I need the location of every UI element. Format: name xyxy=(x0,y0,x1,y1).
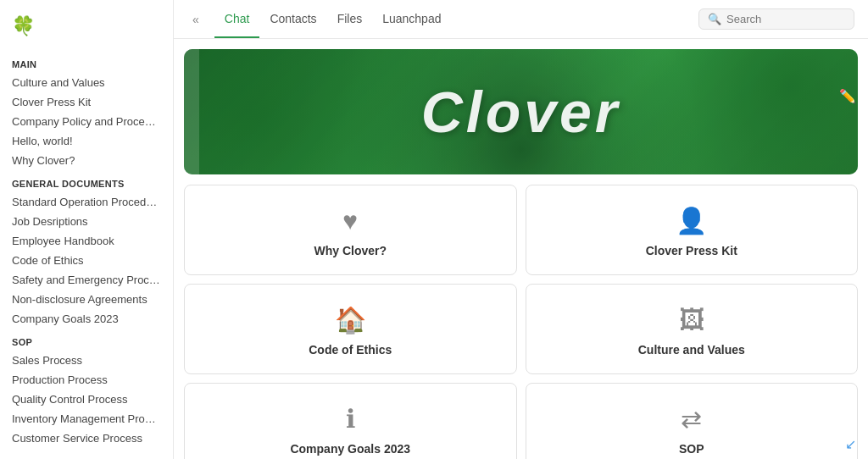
cards-grid: ♥Why Clover?👤Clover Press Kit🏠Code of Et… xyxy=(174,185,868,459)
sidebar-item-job-descriptions[interactable]: Job Desriptions xyxy=(0,212,173,231)
sidebar-item-hello-world[interactable]: Hello, world! xyxy=(0,131,173,151)
tab-chat[interactable]: Chat xyxy=(214,0,260,38)
sidebar-item-quality-control[interactable]: Quality Control Process xyxy=(0,390,173,409)
card-culture-values[interactable]: 🖼Culture and Values xyxy=(526,284,859,374)
app-logo: 🍀 xyxy=(0,8,173,51)
content-area: Clover ✏️ ♥Why Clover?👤Clover Press Kit🏠… xyxy=(174,39,868,459)
search-bar[interactable]: 🔍 xyxy=(698,8,854,30)
sidebar-item-why-clover[interactable]: Why Clover? xyxy=(0,151,173,170)
card-label-code-ethics: Code of Ethics xyxy=(309,343,392,357)
tab-launchpad[interactable]: Luanchpad xyxy=(372,0,451,38)
sidebar-item-non-disclosure[interactable]: Non-disclosure Agreements xyxy=(0,290,173,309)
card-label-why-clover: Why Clover? xyxy=(314,244,387,257)
clover-logo-icon: 🍀 xyxy=(12,15,36,39)
tab-contacts[interactable]: Contacts xyxy=(259,0,326,38)
search-input[interactable] xyxy=(726,13,845,25)
sidebar-item-culture-values[interactable]: Culture and Values xyxy=(0,73,173,92)
house-icon: 🏠 xyxy=(335,305,366,335)
sidebar-item-sales-process[interactable]: Sales Process xyxy=(0,351,173,370)
card-label-company-goals-2023: Company Goals 2023 xyxy=(290,442,410,456)
sidebar-item-inventory-mgmt[interactable]: Inventory Management Process xyxy=(0,409,173,429)
card-company-goals-2023[interactable]: ℹCompany Goals 2023 xyxy=(184,383,517,459)
sidebar-section-sop: SOP xyxy=(0,329,173,351)
hero-stripe xyxy=(184,49,199,174)
card-sop[interactable]: ⇄SOP xyxy=(526,383,859,459)
search-icon: 🔍 xyxy=(708,13,721,25)
sidebar-item-code-ethics[interactable]: Code of Ethics xyxy=(0,251,173,270)
sidebar-item-company-goals[interactable]: Company Goals 2023 xyxy=(0,309,173,329)
tab-files[interactable]: Files xyxy=(327,0,373,38)
sidebar-item-customer-service[interactable]: Customer Service Process xyxy=(0,429,173,448)
image-icon: 🖼 xyxy=(679,306,704,335)
hero-title: Clover xyxy=(421,79,621,145)
sidebar-item-employee-handbook[interactable]: Employee Handbook xyxy=(0,231,173,251)
sidebar-item-clover-press-kit[interactable]: Clover Press Kit xyxy=(0,92,173,112)
sidebar-item-company-policy[interactable]: Company Policy and Procedures xyxy=(0,112,173,131)
topnav: « ChatContactsFilesLuanchpad 🔍 xyxy=(174,0,868,39)
sidebar-item-safety-emergency[interactable]: Safety and Emergency Procedures xyxy=(0,270,173,290)
card-why-clover[interactable]: ♥Why Clover? xyxy=(184,185,517,275)
swap-icon: ⇄ xyxy=(681,404,702,434)
edit-pencil-icon[interactable]: ✏️ xyxy=(839,88,856,104)
sidebar-item-standard-op[interactable]: Standard Operation Procedures xyxy=(0,192,173,212)
sidebar-section-main: MAIN xyxy=(0,51,173,73)
heart-icon: ♥ xyxy=(342,207,358,235)
main-area: « ChatContactsFilesLuanchpad 🔍 Clover ✏️… xyxy=(174,0,868,459)
sidebar-section-general-documents: GENERAL DOCUMENTS xyxy=(0,170,173,192)
card-code-ethics[interactable]: 🏠Code of Ethics xyxy=(184,284,517,374)
card-clover-press-kit[interactable]: 👤Clover Press Kit xyxy=(526,185,859,275)
collapse-button[interactable]: « xyxy=(187,9,204,30)
card-label-sop: SOP xyxy=(679,442,704,456)
expand-arrow-icon[interactable]: ↙ xyxy=(845,436,856,452)
sidebar: 🍀 MAINCulture and ValuesClover Press Kit… xyxy=(0,0,174,459)
card-label-clover-press-kit: Clover Press Kit xyxy=(646,244,737,257)
hero-banner: Clover xyxy=(184,49,858,174)
sidebar-item-production-process[interactable]: Production Process xyxy=(0,370,173,390)
addressbook-icon: 👤 xyxy=(676,206,707,235)
card-label-culture-values: Culture and Values xyxy=(638,343,745,357)
info-icon: ℹ xyxy=(346,404,355,434)
